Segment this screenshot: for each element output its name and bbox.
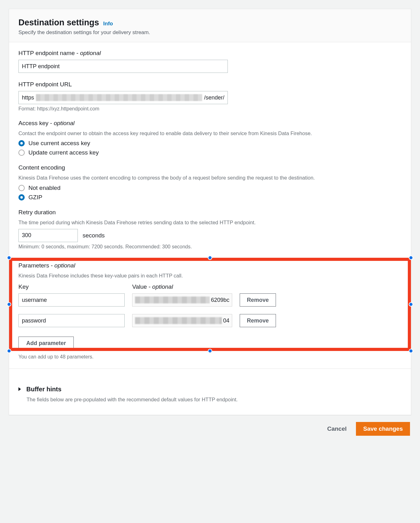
content-encoding-desc: Kinesis Data Firehose uses the content e…: [18, 174, 402, 181]
annotation-handle: [7, 302, 11, 307]
remove-parameter-button[interactable]: Remove: [240, 314, 276, 327]
value-redacted: [135, 297, 210, 303]
annotation-handle: [409, 256, 413, 260]
value-visible-suffix: 6209bc: [211, 297, 229, 303]
buffer-hints-toggle[interactable]: Buffer hints: [18, 386, 402, 393]
parameters-label: Parameters - optional: [18, 262, 402, 269]
radio-not-enabled[interactable]: Not enabled: [18, 185, 402, 191]
annotation-handle: [409, 349, 413, 353]
access-key-desc: Contact the endpoint owner to obtain the…: [18, 130, 402, 137]
endpoint-name-label: HTTP endpoint name - optional: [18, 50, 402, 57]
parameters-headers: Key Value - optional: [18, 283, 402, 290]
retry-hint: Minimum: 0 seconds, maximum: 7200 second…: [18, 244, 402, 250]
divider: [9, 368, 411, 369]
param-row: 6209bc Remove: [18, 293, 402, 307]
value-visible-suffix: 04: [223, 317, 229, 324]
radio-gzip[interactable]: GZIP: [18, 194, 402, 201]
radio-label: Update current access key: [28, 149, 99, 156]
radio-use-current-key[interactable]: Use current access key: [18, 140, 402, 147]
field-access-key: Access key - optional Contact the endpoi…: [18, 120, 402, 156]
annotation-handle: [208, 256, 212, 260]
radio-icon: [18, 150, 25, 156]
annotation-handle: [7, 256, 11, 260]
param-value-input[interactable]: 04: [132, 314, 232, 327]
parameters-desc: Kinesis Data Firehose includes these key…: [18, 272, 402, 279]
field-retry-duration: Retry duration The time period during wh…: [18, 209, 402, 250]
parameters-table: Key Value - optional 6209bc Remove: [18, 283, 402, 350]
parameters-hint: You can add up to 48 parameters.: [18, 354, 402, 360]
caret-right-icon: [18, 387, 21, 391]
retry-label: Retry duration: [18, 209, 402, 216]
field-parameters: Parameters - optional Kinesis Data Fireh…: [18, 258, 402, 360]
radio-label: GZIP: [28, 194, 42, 201]
annotation-handle: [7, 349, 11, 353]
panel-title: Destination settings: [18, 18, 99, 27]
radio-label: Not enabled: [28, 185, 60, 191]
retry-input[interactable]: [18, 229, 78, 242]
add-parameter-button[interactable]: Add parameter: [18, 337, 74, 350]
param-value-header: Value - optional: [132, 283, 232, 290]
url-prefix: https: [22, 94, 34, 101]
retry-unit: seconds: [82, 232, 105, 239]
field-content-encoding: Content encoding Kinesis Data Firehose u…: [18, 164, 402, 201]
endpoint-name-input[interactable]: [18, 60, 228, 73]
destination-settings-panel: Destination settings Info Specify the de…: [9, 9, 411, 415]
radio-icon: [18, 194, 25, 201]
info-link[interactable]: Info: [103, 21, 113, 27]
panel-header: Destination settings Info Specify the de…: [9, 9, 411, 42]
panel-body: HTTP endpoint name - optional HTTP endpo…: [9, 42, 411, 378]
annotation-handle: [409, 302, 413, 307]
value-redacted: [135, 317, 222, 324]
panel-subtitle: Specify the destination settings for you…: [18, 29, 402, 36]
field-endpoint-url: HTTP endpoint URL https /sender/ Format:…: [18, 81, 402, 112]
content-encoding-label: Content encoding: [18, 164, 402, 171]
remove-parameter-button[interactable]: Remove: [240, 293, 276, 307]
field-endpoint-name: HTTP endpoint name - optional: [18, 50, 402, 73]
access-key-label: Access key - optional: [18, 120, 402, 127]
footer-actions: Cancel Save changes: [9, 415, 411, 439]
retry-desc: The time period during which Kinesis Dat…: [18, 219, 402, 226]
radio-icon: [18, 185, 25, 191]
param-key-input[interactable]: [18, 293, 125, 307]
buffer-hints-section: Buffer hints The fields below are pre-po…: [9, 378, 411, 415]
cancel-button[interactable]: Cancel: [323, 422, 351, 436]
save-changes-button[interactable]: Save changes: [356, 422, 410, 436]
endpoint-url-hint: Format: https://xyz.httpendpoint.com: [18, 106, 402, 112]
url-suffix: /sender/: [204, 94, 224, 101]
buffer-hints-title: Buffer hints: [26, 386, 61, 393]
param-key-input[interactable]: [18, 314, 125, 327]
endpoint-url-input[interactable]: https /sender/: [18, 91, 228, 104]
annotation-handle: [208, 349, 212, 353]
endpoint-url-label: HTTP endpoint URL: [18, 81, 402, 88]
buffer-hints-desc: The fields below are pre-populated with …: [27, 396, 402, 403]
param-row: 04 Remove: [18, 314, 402, 327]
param-value-input[interactable]: 6209bc: [132, 293, 232, 307]
url-redacted: [36, 94, 202, 101]
param-key-header: Key: [18, 283, 125, 290]
radio-update-key[interactable]: Update current access key: [18, 149, 402, 156]
radio-label: Use current access key: [28, 140, 90, 147]
radio-icon: [18, 140, 25, 146]
